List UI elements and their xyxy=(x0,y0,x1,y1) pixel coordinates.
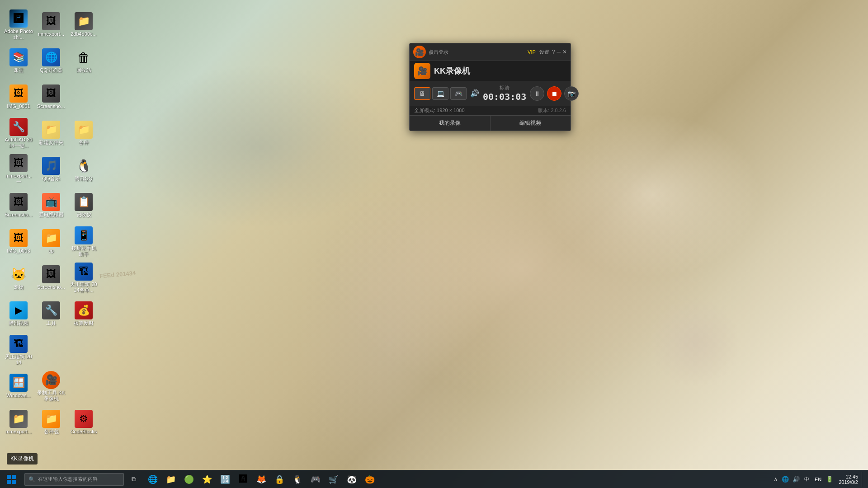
photoshop-icon: 🅿 xyxy=(9,9,28,28)
windows-logo-icon xyxy=(7,475,16,484)
tencent2-icon: ▶ xyxy=(9,301,28,319)
desktop-icon-tianzhu2014a[interactable]: 🏗 天正建筑 2014各单... xyxy=(67,260,100,296)
qq-icon: 🌐 xyxy=(42,48,60,66)
desktop-icon-hetong[interactable]: 📁 各种 xyxy=(67,115,100,151)
qqmusic-icon: 🎵 xyxy=(42,157,60,175)
desktop-icon-img0001[interactable]: 🖼 IMG_0001 xyxy=(2,79,35,115)
desktop-icon-tencent2[interactable]: ▶ 腾讯视频 xyxy=(2,296,35,332)
desktop-icon-mmexport1[interactable]: 🖼 mmexport... xyxy=(35,7,67,43)
desktop-icon-kktool[interactable]: 🎥 录制工具 KK录像机 xyxy=(35,368,67,404)
desktop-icon-2db4d[interactable]: 📁 2db4d00c... xyxy=(67,7,100,43)
desktop-icon-jiesuanyiv[interactable]: 📱 接屏录手机助手 xyxy=(67,224,100,260)
desktop-icon-tianzhu2014b[interactable]: 🏗 天正建筑 2014 xyxy=(2,332,35,368)
tv-icon: 📺 xyxy=(42,193,60,211)
desktop-icon-photoshop[interactable]: 🅿 Adobe Photoshi... xyxy=(2,7,35,43)
desktop-icon-mmexport3[interactable]: 📁 mmexport... xyxy=(2,404,35,441)
start-button[interactable] xyxy=(0,470,23,488)
kuaiji-label: 核算发财 xyxy=(74,320,94,326)
kk-settings-button[interactable]: 设置 xyxy=(539,49,549,56)
tab-edit-video[interactable]: 编辑视频 xyxy=(491,116,571,131)
desktop-icon-qq[interactable]: 🌐 QQ浏览器 xyxy=(35,43,67,79)
desktop-icon-xinjian[interactable]: 📁 新建文件夹 xyxy=(35,115,67,151)
desktop-icon-gejv[interactable]: 📁 各种包 xyxy=(35,404,67,441)
desktop-icon-tv[interactable]: 📺 爱电视模器 xyxy=(35,188,67,224)
search-icon: 🔍 xyxy=(28,476,35,483)
taskbar-mask-icon[interactable]: 🎃 xyxy=(361,470,379,488)
tray-expand-button[interactable]: ∧ xyxy=(773,475,779,483)
desktop-icon-qqmusic[interactable]: 🎵 QQ音乐 xyxy=(35,151,67,188)
source-game-button[interactable]: 🎮 xyxy=(450,87,467,100)
tray-language-icon[interactable]: EN xyxy=(813,476,823,483)
tray-input-method-icon[interactable]: 中 xyxy=(802,475,811,483)
desktop-icon-empty3 xyxy=(67,332,100,368)
gejv-label: 各种包 xyxy=(44,429,59,435)
desktop-icon-ke[interactable]: 📚 课堂 xyxy=(2,43,35,79)
task-view-button[interactable]: ⧉ xyxy=(126,470,142,488)
desktop-icon-jishouyiv[interactable]: 📋 记收仪 xyxy=(67,188,100,224)
desktop-icon-screenshot1[interactable]: 🖼 Screensho... xyxy=(35,79,67,115)
tray-battery-icon[interactable]: 🔋 xyxy=(825,475,834,483)
taskbar: 🔍 在这里输入你想搜索的内容 ⧉ 🌐 📁 🟢 ⭐ 🔢 🅰 🦊 🔒 🐧 🎮 🛒 🐼… xyxy=(0,470,868,488)
taskbar-edge-icon[interactable]: 🌐 xyxy=(144,470,162,488)
qq-label: QQ浏览器 xyxy=(40,67,62,73)
taskbar-game-icon[interactable]: 🎮 xyxy=(307,470,325,488)
empty-icon xyxy=(75,88,93,106)
hetong-icon: 📁 xyxy=(75,121,93,139)
kk-vip-button[interactable]: VIP xyxy=(528,49,536,55)
cp-label: cp xyxy=(48,248,54,254)
img0003-icon: 🖼 xyxy=(9,229,28,247)
empty2-icon xyxy=(42,341,60,359)
desktop-icon-img0003[interactable]: 🖼 IMG_0003 xyxy=(2,224,35,260)
taskbar-penguin-icon[interactable]: 🐧 xyxy=(288,470,307,488)
tray-network-icon[interactable]: 🌐 xyxy=(781,475,790,483)
taskbar-search-box[interactable]: 🔍 在这里输入你想搜索的内容 xyxy=(24,473,124,486)
desktop-icon-tool[interactable]: 🔧 工具 xyxy=(35,296,67,332)
source-screen-button[interactable]: 🖥 xyxy=(414,87,430,100)
taskbar-system-tray: ∧ 🌐 🔊 中 EN 🔋 12:45 2019/8/2 xyxy=(769,472,868,487)
tool-label: 工具 xyxy=(46,320,56,326)
pause-button[interactable]: ⏸ xyxy=(530,86,544,101)
taskbar-security-icon[interactable]: 🔒 xyxy=(270,470,288,488)
taskbar-clock[interactable]: 12:45 2019/8/2 xyxy=(839,474,858,485)
desktop-icon-chongci[interactable]: 🐱 宠物 xyxy=(2,260,35,296)
taskbar-browser1-icon[interactable]: 🟢 xyxy=(180,470,198,488)
kk-help-button[interactable]: ? xyxy=(552,49,555,55)
mmexport2-icon: 🖼 xyxy=(9,154,28,172)
kk-close-button[interactable]: ✕ xyxy=(562,49,567,55)
desktop-icon-autocad[interactable]: 🔧 AutoCAD 2014一键... xyxy=(2,115,35,151)
desktop-icon-screenshot3[interactable]: 🖼 Screensho... xyxy=(35,260,67,296)
taskbar-explorer-icon[interactable]: 📁 xyxy=(162,470,180,488)
photoshop-label: Adobe Photoshi... xyxy=(4,28,33,40)
kk-login-button[interactable]: 点击登录 xyxy=(429,49,524,56)
kk-minimize-button[interactable]: ─ xyxy=(557,49,561,55)
stop-record-button[interactable]: ⏹ xyxy=(547,86,561,101)
taskbar-shop-icon[interactable]: 🛒 xyxy=(325,470,343,488)
tab-my-recordings[interactable]: 我的录像 xyxy=(410,116,491,131)
xinjian-icon: 📁 xyxy=(42,121,60,139)
screenshot3-label: Screensho... xyxy=(37,284,65,290)
tray-volume-icon[interactable]: 🔊 xyxy=(792,475,801,483)
desktop-icon-penguin[interactable]: 🐧 腾讯QQ xyxy=(67,151,100,188)
2db4d-label: 2db4d00c... xyxy=(71,31,97,37)
desktop-icon-recycle[interactable]: 🗑 回收站 xyxy=(67,43,100,79)
screenshot2-label: Screensho... xyxy=(5,212,33,218)
taskbar-browser2-icon[interactable]: ⭐ xyxy=(198,470,216,488)
resolution-text: 全屏模式: 868 × 488 xyxy=(414,107,465,114)
volume-icon[interactable]: 🔊 xyxy=(470,89,479,98)
taskbar-firefox-icon[interactable]: 🦊 xyxy=(252,470,270,488)
taskbar-store-icon[interactable]: 🅰 xyxy=(234,470,252,488)
desktop-icon-kuaiji[interactable]: 💰 核算发财 xyxy=(67,296,100,332)
desktop-icon-cp[interactable]: 📁 cp xyxy=(35,224,67,260)
show-desktop-button[interactable] xyxy=(862,472,864,487)
taskbar-panda-icon[interactable]: 🐼 xyxy=(343,470,361,488)
desktop-icon-screenshot2[interactable]: 🖼 Screensho... xyxy=(2,188,35,224)
desktop-icon-codeblocks[interactable]: ⚙ CodeBlocks xyxy=(67,404,100,441)
source-window-button[interactable]: 💻 xyxy=(432,87,448,100)
desktop-icon-mmexport2[interactable]: 🖼 mmexport...一 xyxy=(2,151,35,188)
gejv-icon: 📁 xyxy=(42,410,60,428)
taskbar-calc-icon[interactable]: 🔢 xyxy=(216,470,234,488)
version-text: 版本: 2.8.2.6 xyxy=(538,107,566,114)
kktool-label: 录制工具 KK录像机 xyxy=(37,390,66,402)
screenshot-button[interactable]: 📷 xyxy=(564,86,579,101)
desktop-icon-win10[interactable]: 🪟 Windows... xyxy=(2,368,35,404)
